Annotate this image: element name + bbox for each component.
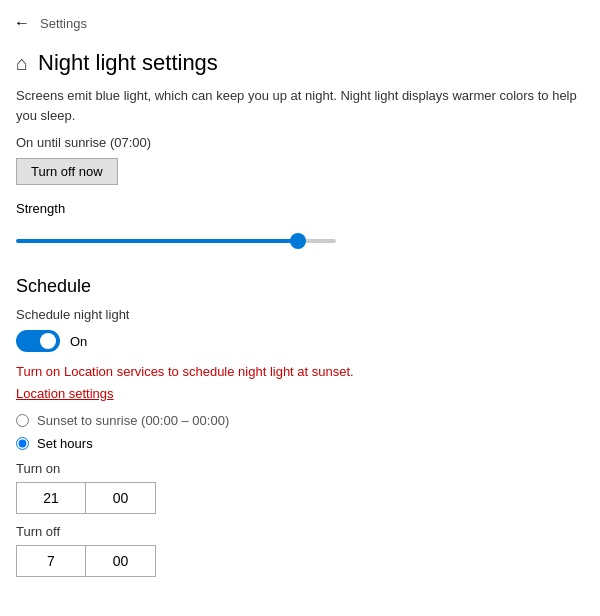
warning-text: Turn on Location services to schedule ni… [16,362,584,382]
strength-slider-container [16,224,336,252]
status-text: On until sunrise (07:00) [16,135,584,150]
turn-on-hour-box[interactable]: 21 [16,482,86,514]
turn-off-time-row: 7 00 [16,545,584,577]
location-settings-link[interactable]: Location settings [16,386,584,401]
toggle-slider [16,330,60,352]
description-text: Screens emit blue light, which can keep … [16,86,584,125]
header: ← Settings [0,0,600,42]
turn-off-now-button[interactable]: Turn off now [16,158,118,185]
page-title: Night light settings [38,50,218,76]
turn-on-time-row: 21 00 [16,482,584,514]
toggle-on-label: On [70,334,87,349]
strength-slider[interactable] [16,239,336,243]
set-hours-radio-row: Set hours [16,436,584,451]
page-title-row: ⌂ Night light settings [0,42,600,86]
turn-off-hour-box[interactable]: 7 [16,545,86,577]
turn-on-minute-box[interactable]: 00 [86,482,156,514]
set-hours-label: Set hours [37,436,93,451]
home-icon: ⌂ [16,52,28,75]
schedule-toggle[interactable] [16,330,60,352]
content: Screens emit blue light, which can keep … [0,86,600,577]
turn-off-minute-box[interactable]: 00 [86,545,156,577]
sunset-sunrise-radio-row: Sunset to sunrise (00:00 – 00:00) [16,413,584,428]
turn-on-label: Turn on [16,461,584,476]
sunset-sunrise-radio[interactable] [16,414,29,427]
toggle-row: On [16,330,584,352]
set-hours-radio[interactable] [16,437,29,450]
header-label: Settings [40,16,87,31]
schedule-night-light-label: Schedule night light [16,307,584,322]
turn-off-label: Turn off [16,524,584,539]
schedule-section-title: Schedule [16,276,584,297]
sunset-sunrise-label: Sunset to sunrise (00:00 – 00:00) [37,413,229,428]
back-button[interactable]: ← [10,10,38,36]
strength-label: Strength [16,201,584,216]
